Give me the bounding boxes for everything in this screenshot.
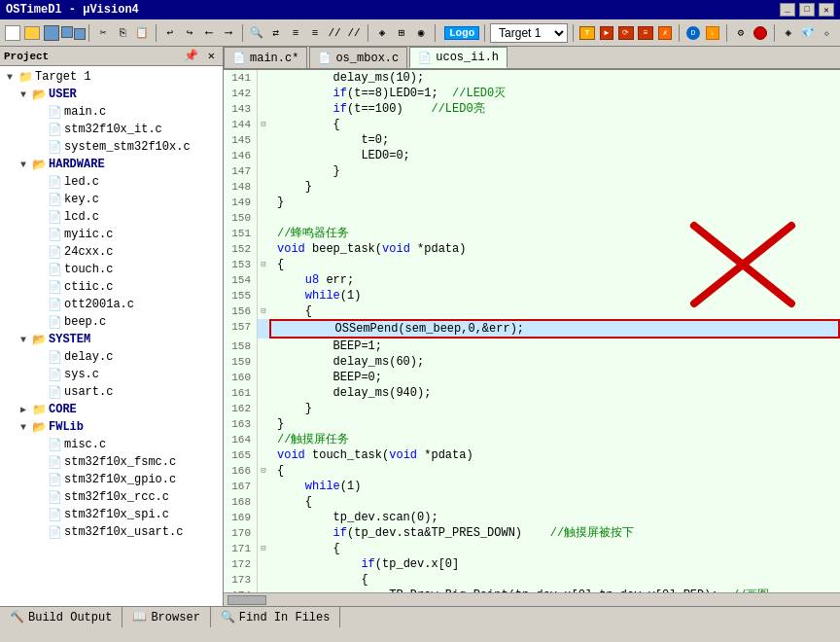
expand-fwlib[interactable]: ▼ xyxy=(16,419,31,435)
expand-target1[interactable]: ▼ xyxy=(2,69,18,85)
code-line-158[interactable]: 158 BEEP=1; xyxy=(224,339,840,354)
code-line-146[interactable]: 146 LED0=0; xyxy=(224,148,840,163)
code-line-149[interactable]: 149} xyxy=(224,195,840,210)
maximize-button[interactable]: □ xyxy=(799,3,815,17)
icon2-button[interactable]: ⊞ xyxy=(393,22,410,44)
tree-item-delay-c[interactable]: 📄 delay.c xyxy=(0,348,223,366)
indent-button[interactable]: ≡ xyxy=(287,22,304,44)
tree-item-main-c[interactable]: 📄 main.c xyxy=(0,103,223,121)
tree-item-stm32-spi[interactable]: 📄 stm32f10x_spi.c xyxy=(0,506,223,523)
code-line-145[interactable]: 145 t=0; xyxy=(224,132,840,148)
tree-item-24cxx-c[interactable]: 📄 24cxx.c xyxy=(0,243,223,261)
tree-item-fwlib[interactable]: ▼ 📂 FWLib xyxy=(0,418,223,436)
tree-item-system-stm32[interactable]: 📄 system_stm32f10x.c xyxy=(0,138,223,156)
editor-scrollbar-thumb[interactable] xyxy=(228,595,266,605)
tree-item-led-c[interactable]: 📄 led.c xyxy=(0,173,223,191)
replace-button[interactable]: ⇄ xyxy=(267,22,285,44)
code-line-168[interactable]: 168 { xyxy=(224,494,840,510)
paste-button[interactable]: 📋 xyxy=(133,22,151,44)
stop-debug-button[interactable] xyxy=(752,22,769,44)
code-line-144[interactable]: 144⊟ { xyxy=(224,117,840,132)
crystal-button[interactable]: 💎 xyxy=(799,22,817,44)
comment-button[interactable]: // xyxy=(326,22,343,44)
code-line-150[interactable]: 150 xyxy=(224,210,840,226)
code-editor[interactable]: 141 delay_ms(10);142 if(t==8)LED0=1; //L… xyxy=(224,70,840,592)
code-line-148[interactable]: 148 } xyxy=(224,179,840,195)
code-line-163[interactable]: 163} xyxy=(224,416,840,432)
tab-ucos[interactable]: 📄 ucos_ii.h xyxy=(409,47,508,68)
code-line-171[interactable]: 171⊟ { xyxy=(224,541,840,556)
code-line-162[interactable]: 162 } xyxy=(224,401,840,416)
sidebar-header-buttons[interactable]: 📌 ✕ xyxy=(180,49,219,63)
tree-item-stm32-fsmc[interactable]: 📄 stm32f10x_fsmc.c xyxy=(0,453,223,471)
code-line-147[interactable]: 147 } xyxy=(224,163,840,179)
target-select[interactable]: Target 1 xyxy=(490,23,568,43)
tree-item-ott2001a-c[interactable]: 📄 ott2001a.c xyxy=(0,296,223,313)
undo-button[interactable]: ↩ xyxy=(161,22,179,44)
unindent-button[interactable]: ≡ xyxy=(306,22,324,44)
tree-item-stm32f10x-it[interactable]: 📄 stm32f10x_it.c xyxy=(0,121,223,138)
download-button[interactable]: ↓ xyxy=(704,22,721,44)
code-line-155[interactable]: 155 while(1) xyxy=(224,288,840,303)
code-line-154[interactable]: 154 u8 err; xyxy=(224,272,840,288)
code-line-153[interactable]: 153⊟{ xyxy=(224,257,840,272)
tree-item-stm32-gpio[interactable]: 📄 stm32f10x_gpio.c xyxy=(0,471,223,488)
debug-button[interactable]: D xyxy=(684,22,702,44)
icon1-button[interactable]: ◈ xyxy=(373,22,391,44)
settings-button[interactable]: ⚙ xyxy=(732,22,750,44)
pin-button[interactable]: 📌 xyxy=(180,49,202,63)
tree-item-lcd-c[interactable]: 📄 lcd.c xyxy=(0,208,223,226)
expand-core[interactable]: ▶ xyxy=(16,402,31,417)
code-line-159[interactable]: 159 delay_ms(60); xyxy=(224,354,840,370)
expand-hardware[interactable]: ▼ xyxy=(16,157,31,172)
close-window-button[interactable]: ✕ xyxy=(819,3,834,17)
code-line-172[interactable]: 172 if(tp_dev.x[0] xyxy=(224,556,840,572)
title-controls[interactable]: _ □ ✕ xyxy=(780,3,834,17)
magic-button[interactable]: ◈ xyxy=(780,22,797,44)
tab-os-mbox[interactable]: 📄 os_mbox.c xyxy=(309,47,407,68)
code-line-152[interactable]: 152void beep_task(void *pdata) xyxy=(224,241,840,257)
clean-button[interactable]: ✗ xyxy=(656,22,674,44)
code-line-174[interactable]: 174 TP_Draw_Big_Point(tp_dev.x[0],tp_dev… xyxy=(224,588,840,592)
bottom-tab-build-output[interactable]: 🔨 Build Output xyxy=(0,607,122,627)
tree-item-user[interactable]: ▼ 📂 USER xyxy=(0,86,223,103)
redo-button[interactable]: ↪ xyxy=(181,22,198,44)
uncomment-button[interactable]: // xyxy=(345,22,363,44)
code-line-142[interactable]: 142 if(t==8)LED0=1; //LED0灭 xyxy=(224,86,840,101)
code-line-161[interactable]: 161 delay_ms(940); xyxy=(224,385,840,401)
tree-item-sys-c[interactable]: 📄 sys.c xyxy=(0,366,223,383)
new-file-button[interactable] xyxy=(4,22,21,44)
cut-button[interactable]: ✂ xyxy=(94,22,112,44)
tab-bar[interactable]: 📄 main.c* 📄 os_mbox.c 📄 ucos_ii.h xyxy=(224,47,840,70)
expand-system[interactable]: ▼ xyxy=(16,332,31,347)
expand-user[interactable]: ▼ xyxy=(16,87,31,102)
code-line-165[interactable]: 165void touch_task(void *pdata) xyxy=(224,447,840,463)
translate-button[interactable]: T xyxy=(578,22,596,44)
sidebar-tree[interactable]: ▼ 📁 Target 1 ▼ 📂 USER 📄 main.c 📄 stm32f1… xyxy=(0,66,223,606)
tree-item-beep-c[interactable]: 📄 beep.c xyxy=(0,313,223,331)
code-line-160[interactable]: 160 BEEP=0; xyxy=(224,370,840,385)
tree-item-myiic-c[interactable]: 📄 myiic.c xyxy=(0,226,223,243)
save-all-button[interactable] xyxy=(62,22,84,44)
code-line-143[interactable]: 143 if(t==100) //LED0亮 xyxy=(224,101,840,117)
tree-item-touch-c[interactable]: 📄 touch.c xyxy=(0,261,223,278)
tree-item-hardware[interactable]: ▼ 📂 HARDWARE xyxy=(0,156,223,173)
tree-item-key-c[interactable]: 📄 key.c xyxy=(0,191,223,208)
extra-button[interactable]: ⬦ xyxy=(819,22,836,44)
redo2-button[interactable]: ⟶ xyxy=(220,22,237,44)
icon3-button[interactable]: ◉ xyxy=(412,22,430,44)
tree-item-system[interactable]: ▼ 📂 SYSTEM xyxy=(0,331,223,348)
undo2-button[interactable]: ⟵ xyxy=(200,22,218,44)
code-line-157[interactable]: 157 OSSemPend(sem_beep,0,&err); xyxy=(224,319,840,339)
tree-item-target1[interactable]: ▼ 📁 Target 1 xyxy=(0,68,223,86)
batch-build-button[interactable]: ≡ xyxy=(637,22,654,44)
rebuild-button[interactable]: ⟳ xyxy=(617,22,635,44)
save-button[interactable] xyxy=(43,22,60,44)
open-file-button[interactable] xyxy=(23,22,41,44)
tree-item-misc-c[interactable]: 📄 misc.c xyxy=(0,436,223,453)
code-line-169[interactable]: 169 tp_dev.scan(0); xyxy=(224,510,840,525)
tree-item-stm32-usart[interactable]: 📄 stm32f10x_usart.c xyxy=(0,523,223,541)
code-line-167[interactable]: 167 while(1) xyxy=(224,479,840,494)
code-line-173[interactable]: 173 { xyxy=(224,572,840,588)
tree-item-stm32-rcc[interactable]: 📄 stm32f10x_rcc.c xyxy=(0,488,223,506)
